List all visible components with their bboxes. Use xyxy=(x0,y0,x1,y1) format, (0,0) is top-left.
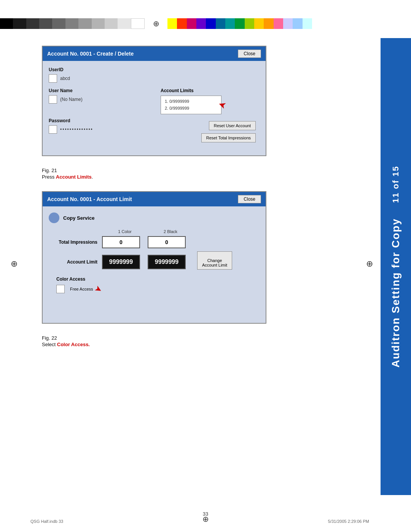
dialog2-body: Copy Service 1 Color 2 Black Total Impre… xyxy=(43,206,266,323)
swatch-lavender xyxy=(283,18,293,29)
userid-row: abcd xyxy=(49,74,260,83)
fig21-caption: Fig. 21 Press Account Limits. xyxy=(42,168,362,180)
dialog2-titlebar: Account No. 0001 - Account Limit Close xyxy=(43,192,266,206)
footer-crosshair-icon: ⊕ xyxy=(202,514,209,524)
color-access-label: Color Access xyxy=(56,276,260,282)
dialog2-close-button[interactable]: Close xyxy=(238,195,261,203)
color-access-field: Free Access ➤ xyxy=(56,284,260,294)
limit-item-2: 2. 0/9999999 xyxy=(165,105,217,112)
fig22-text-before: Select xyxy=(42,342,57,347)
col-header-2: 2 Black xyxy=(148,229,193,234)
col-header-1: 1 Color xyxy=(102,229,148,234)
swatch-gold xyxy=(254,18,264,29)
reset-buttons-col: Reset User Account Reset Total Impressio… xyxy=(201,121,260,145)
total-impressions-label: Total Impressions xyxy=(49,240,102,245)
username-row: (No Name) xyxy=(49,95,148,104)
account-limits-container: 1. 0/9999999 2. 0/9999999 ➤ xyxy=(161,96,260,114)
swatch-white xyxy=(131,18,145,29)
swatch-blue xyxy=(206,18,215,29)
color-swatches xyxy=(167,18,312,29)
total-impressions-row: Total Impressions 0 0 xyxy=(49,236,260,248)
side-tab: 11 of 15 Auditron Setting for Copy xyxy=(381,38,411,495)
copy-service-label: Copy Service xyxy=(63,215,94,221)
swatch-9 xyxy=(118,18,131,29)
total-impressions-val2: 0 xyxy=(148,236,186,248)
account-limits-box[interactable]: 1. 0/9999999 2. 0/9999999 xyxy=(161,96,221,114)
left-crosshair-icon: ⊕ xyxy=(11,259,18,269)
footer-timestamp: 5/31/2005 2:29:06 PM xyxy=(328,519,369,524)
account-limit-row: Account Limit 9999999 9999999 Change Acc… xyxy=(49,251,260,273)
username-col: User Name (No Name) xyxy=(49,88,148,114)
swatch-red xyxy=(177,18,186,29)
account-limits-col: Account Limits 1. 0/9999999 2. 0/9999999… xyxy=(161,88,260,114)
username-value: (No Name) xyxy=(60,97,83,102)
account-limit-row-label: Account Limit xyxy=(49,259,102,265)
swatch-7 xyxy=(92,18,105,29)
dialog1-body: UserID abcd User Name (No Name) Account … xyxy=(43,61,266,155)
fig22-highlight: Color Access. xyxy=(57,342,90,347)
swatch-1 xyxy=(13,18,26,29)
account-limit-val2: 9999999 xyxy=(148,255,186,269)
swatch-lime xyxy=(245,18,254,29)
userid-label: UserID xyxy=(49,67,260,72)
password-row: •••••••••••••• xyxy=(49,125,148,134)
color-access-checkbox[interactable] xyxy=(56,285,65,293)
swatch-black xyxy=(0,18,13,29)
change-account-limit-button[interactable]: Change Account Limit xyxy=(197,251,232,270)
change-account-limit-label: Change Account Limit xyxy=(202,258,227,267)
reset-user-account-button[interactable]: Reset User Account xyxy=(209,121,256,130)
main-content: Account No. 0001 - Create / Delete Close… xyxy=(30,38,373,363)
account-limits-label: Account Limits xyxy=(161,88,260,93)
dialog1-title: Account No. 0001 - Create / Delete xyxy=(47,51,238,57)
color-access-section: Color Access Free Access ➤ xyxy=(56,276,260,294)
fig21-text-after: . xyxy=(92,174,93,180)
fig21-text-before: Press xyxy=(42,174,56,180)
swatch-3 xyxy=(39,18,52,29)
dialog1-close-button[interactable]: Close xyxy=(238,50,261,58)
copy-service-row: Copy Service xyxy=(49,212,260,223)
userid-checkbox[interactable] xyxy=(49,74,57,83)
dialog1-titlebar: Account No. 0001 - Create / Delete Close xyxy=(43,46,266,61)
fig22-caption: Fig. 22 Select Color Access. xyxy=(42,335,362,347)
fig22-number: Fig. 22 xyxy=(42,335,362,341)
dialog-account-limit: Account No. 0001 - Account Limit Close C… xyxy=(42,191,266,324)
copy-service-icon xyxy=(49,212,59,223)
swatch-green xyxy=(235,18,244,29)
userid-value: abcd xyxy=(60,76,70,81)
swatch-teal xyxy=(225,18,235,29)
swatch-8 xyxy=(105,18,118,29)
swatch-6 xyxy=(78,18,91,29)
swatch-teal-blue xyxy=(216,18,225,29)
password-value: •••••••••••••• xyxy=(60,127,93,132)
chapter-title: Auditron Setting for Copy xyxy=(390,218,402,367)
username-checkbox[interactable] xyxy=(49,95,57,104)
right-crosshair-icon: ⊕ xyxy=(366,259,373,269)
free-access-text: Free Access xyxy=(70,287,93,291)
swatch-cyan-light xyxy=(303,18,312,29)
username-label: User Name xyxy=(49,88,148,93)
swatch-magenta xyxy=(187,18,196,29)
fig21-number: Fig. 21 xyxy=(42,168,362,173)
username-limits-row: User Name (No Name) Account Limits 1. 0/… xyxy=(49,88,260,114)
change-account-limit-col: Change Account Limit xyxy=(197,251,232,273)
total-impressions-val1: 0 xyxy=(102,236,140,248)
dialog2-title: Account No. 0001 - Account Limit xyxy=(47,196,238,202)
reset-total-impressions-label: Reset Total Impressions xyxy=(206,136,251,140)
reset-total-impressions-button[interactable]: Reset Total Impressions xyxy=(201,133,256,142)
top-color-bar: ⊕ xyxy=(0,18,411,29)
swatch-yellow xyxy=(167,18,177,29)
limit-item-1: 1. 0/9999999 xyxy=(165,98,217,105)
password-checkbox[interactable] xyxy=(49,125,57,134)
account-limit-val1: 9999999 xyxy=(102,255,140,269)
column-headers: 1 Color 2 Black xyxy=(102,229,260,234)
fig21-highlight: Account Limits xyxy=(56,174,92,180)
dialog2-spacer xyxy=(49,294,260,317)
swatch-4 xyxy=(52,18,65,29)
swatch-2 xyxy=(26,18,39,29)
password-col: Password •••••••••••••• xyxy=(49,118,148,145)
arrow-icon-2: ➤ xyxy=(92,283,104,295)
password-reset-row: Password •••••••••••••• Reset User Accou… xyxy=(49,118,260,145)
swatch-pink xyxy=(274,18,283,29)
swatch-orange xyxy=(264,18,273,29)
swatch-5 xyxy=(65,18,78,29)
